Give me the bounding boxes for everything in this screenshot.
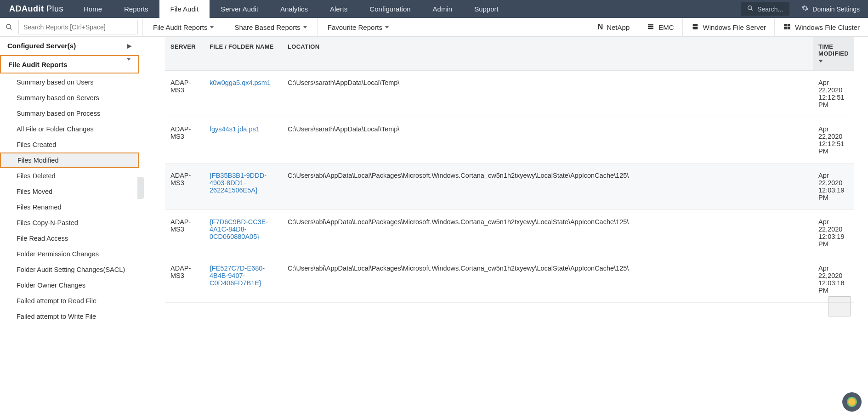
results-table: SERVER FILE / FOLDER NAME LOCATION TIME … — [165, 37, 854, 303]
sidebar-collapse-handle[interactable] — [137, 177, 144, 199]
vendor-label: NetApp — [607, 23, 630, 31]
sidebar-item[interactable]: Folder Audit Setting Changes(SACL) — [0, 262, 139, 277]
sidebar-item[interactable]: Files Created — [0, 137, 139, 153]
svg-rect-11 — [784, 27, 787, 29]
cell-file: k0w0gga5.qx4.psm1 — [204, 71, 282, 117]
sidebar-file-audit-reports[interactable]: File Audit Reports — [0, 55, 139, 73]
table-row[interactable]: ADAP-MS3k0w0gga5.qx4.psm1C:\Users\sarath… — [165, 71, 854, 117]
sidebar-configured-servers[interactable]: Configured Server(s) ▶ — [0, 37, 139, 55]
sidebar-item[interactable]: Folder Owner Changes — [0, 277, 139, 293]
sidebar-item[interactable]: Files Renamed — [0, 199, 139, 215]
th-server[interactable]: SERVER — [165, 37, 204, 71]
file-link[interactable]: {FB35B3B1-9DDD-4903-8DD1-262241506E5A} — [210, 172, 267, 194]
table-row[interactable]: ADAP-MS3{FE527C7D-E680-4B4B-9407-C0D406F… — [165, 256, 854, 303]
gear-icon — [801, 5, 809, 13]
svg-rect-6 — [648, 28, 653, 29]
sidebar-item[interactable]: Files Moved — [0, 184, 139, 199]
sidebar-sublist: Summary based on Users Summary based on … — [0, 73, 139, 325]
sidebar-item[interactable]: Summary based on Servers — [0, 90, 139, 106]
svg-line-1 — [751, 9, 753, 11]
file-link[interactable]: k0w0gga5.qx4.psm1 — [210, 79, 271, 86]
svg-rect-9 — [784, 24, 787, 26]
sidebar-item[interactable]: Failed attempt to Read File — [0, 293, 139, 309]
vendor-label: EMC — [658, 23, 674, 31]
cell-server: ADAP-MS3 — [165, 256, 204, 303]
favourite-reports-dropdown[interactable]: Favourite Reports — [318, 18, 399, 37]
sidebar-item[interactable]: Summary based on Users — [0, 74, 139, 90]
nav-alerts[interactable]: Alerts — [319, 0, 358, 18]
caret-down-icon — [385, 26, 389, 28]
cell-file: {FB35B3B1-9DDD-4903-8DD1-262241506E5A} — [204, 164, 282, 210]
th-time-modified[interactable]: TIME MODIFIED — [813, 37, 854, 71]
svg-rect-7 — [692, 24, 698, 26]
search-reports-icon[interactable] — [0, 23, 18, 31]
sidebar-item[interactable]: All File or Folder Changes — [0, 121, 139, 137]
brand-light: Plus — [44, 4, 63, 13]
nav-admin[interactable]: Admin — [422, 0, 464, 18]
svg-rect-12 — [788, 27, 790, 29]
table-row[interactable]: ADAP-MS3fgys44s1.jda.ps1C:\Users\sarath\… — [165, 117, 854, 164]
domain-settings[interactable]: Domain Settings — [793, 0, 868, 18]
share-based-reports-dropdown[interactable]: Share Based Reports — [224, 18, 317, 37]
caret-down-icon — [303, 26, 307, 28]
svg-rect-4 — [648, 24, 653, 25]
sidebar-item[interactable]: Failed attempt to Write File — [0, 309, 139, 324]
cell-location: C:\Users\sarath\AppData\Local\Temp\ — [282, 71, 813, 117]
file-audit-reports-dropdown[interactable]: File Audit Reports — [143, 18, 224, 37]
netapp-link[interactable]: N NetApp — [590, 18, 638, 37]
sidebar-item[interactable]: Files Deleted — [0, 168, 139, 184]
main-layout: Configured Server(s) ▶ File Audit Report… — [0, 37, 868, 325]
search-reports-input[interactable] — [18, 20, 138, 34]
brand-bold: ADAudit — [9, 4, 44, 13]
sidebar-header-label: Configured Server(s) — [7, 42, 76, 50]
sidebar-item[interactable]: Summary based on Process — [0, 106, 139, 121]
nav-server-audit[interactable]: Server Audit — [210, 0, 269, 18]
cell-server: ADAP-MS3 — [165, 117, 204, 164]
content-area: SERVER FILE / FOLDER NAME LOCATION TIME … — [139, 37, 868, 325]
windows-file-server-link[interactable]: Windows File Server — [683, 18, 775, 37]
cell-server: ADAP-MS3 — [165, 71, 204, 117]
domain-settings-label: Domain Settings — [812, 6, 860, 13]
caret-down-icon — [210, 26, 214, 28]
th-file[interactable]: FILE / FOLDER NAME — [204, 37, 282, 71]
sidebar-item[interactable]: Folder Permission Changes — [0, 246, 139, 262]
cell-server: ADAP-MS3 — [165, 210, 204, 256]
dropdown-label: Favourite Reports — [328, 23, 382, 31]
cell-file: {FE527C7D-E680-4B4B-9407-C0D406FD7B1E} — [204, 256, 282, 303]
th-location[interactable]: LOCATION — [282, 37, 813, 71]
cluster-icon — [783, 23, 791, 32]
file-link[interactable]: fgys44s1.jda.ps1 — [210, 125, 260, 133]
sidebar-header-label: File Audit Reports — [8, 61, 68, 68]
nav-reports[interactable]: Reports — [113, 0, 159, 18]
nav-support[interactable]: Support — [463, 0, 510, 18]
file-link[interactable]: {FE527C7D-E680-4B4B-9407-C0D406FD7B1E} — [210, 265, 265, 287]
cell-time: Apr 22,2020 12:03:18 PM — [813, 256, 854, 303]
vendor-label: Windows File Cluster — [795, 23, 860, 31]
cell-file: {F7D6C9BD-CC3E-4A1C-84D8-0CD060880A05} — [204, 210, 282, 256]
nav-tabs: Home Reports File Audit Server Audit Ana… — [73, 0, 510, 18]
vendor-label: Windows File Server — [703, 23, 766, 31]
cell-time: Apr 22,2020 12:03:19 PM — [813, 164, 854, 210]
th-time-label: TIME MODIFIED — [818, 43, 849, 57]
global-search[interactable]: Search... — [741, 2, 789, 16]
search-icon — [747, 5, 754, 13]
svg-point-2 — [6, 24, 11, 28]
nav-file-audit[interactable]: File Audit — [159, 0, 210, 18]
cell-location: C:\Users\abi\AppData\Local\Packages\Micr… — [282, 164, 813, 210]
sidebar-item-files-modified[interactable]: Files Modified — [0, 153, 139, 168]
cell-server: ADAP-MS3 — [165, 164, 204, 210]
dropdown-label: File Audit Reports — [153, 23, 207, 31]
file-link[interactable]: {F7D6C9BD-CC3E-4A1C-84D8-0CD060880A05} — [210, 218, 268, 240]
top-nav: ADAudit Plus Home Reports File Audit Ser… — [0, 0, 868, 18]
nav-configuration[interactable]: Configuration — [358, 0, 421, 18]
windows-file-cluster-link[interactable]: Windows File Cluster — [775, 18, 868, 37]
table-row[interactable]: ADAP-MS3{FB35B3B1-9DDD-4903-8DD1-2622415… — [165, 164, 854, 210]
brand-logo: ADAudit Plus — [0, 4, 73, 14]
table-row[interactable]: ADAP-MS3{F7D6C9BD-CC3E-4A1C-84D8-0CD0608… — [165, 210, 854, 256]
nav-home[interactable]: Home — [73, 0, 113, 18]
sidebar-item[interactable]: File Read Access — [0, 231, 139, 246]
nav-analytics[interactable]: Analytics — [269, 0, 319, 18]
selection-highlight — [828, 296, 851, 316]
emc-link[interactable]: EMC — [638, 18, 682, 37]
sidebar-item[interactable]: Files Copy-N-Pasted — [0, 215, 139, 231]
